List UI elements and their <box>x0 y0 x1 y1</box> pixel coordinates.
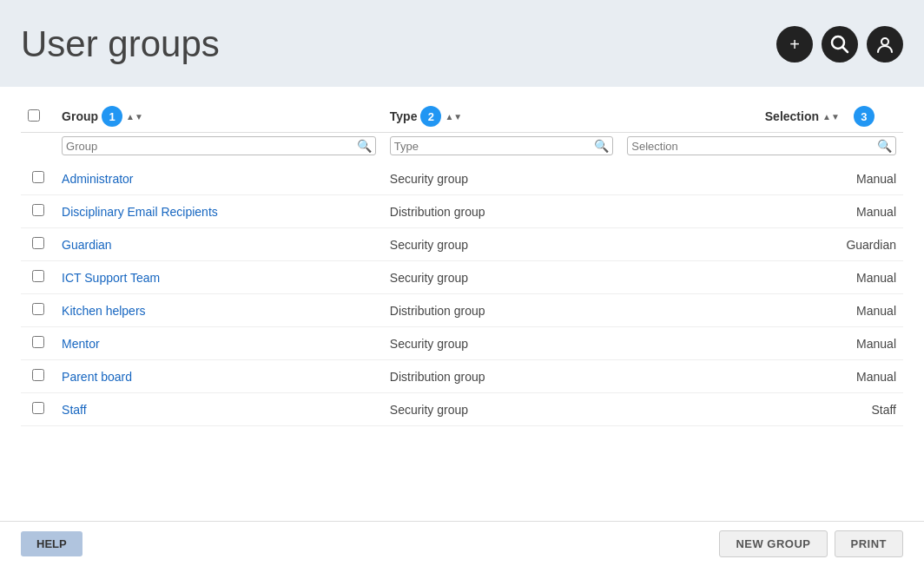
row-checkbox[interactable] <box>32 237 44 249</box>
table-row: Guardian Security group Guardian <box>21 228 903 261</box>
help-button[interactable]: HELP <box>21 531 82 556</box>
type-sort-icon[interactable]: ▲▼ <box>445 112 462 122</box>
main-content: Group 1 ▲▼ Type 2 ▲▼ <box>0 87 924 426</box>
row-checkbox-cell <box>21 162 55 195</box>
group-link[interactable]: Disciplinary Email Recipients <box>62 205 218 219</box>
add-button[interactable]: + <box>776 26 813 63</box>
group-link[interactable]: Staff <box>62 403 87 417</box>
group-column-badge: 1 <box>102 106 122 127</box>
row-checkbox[interactable] <box>32 171 44 183</box>
group-column-label: Group <box>62 109 98 123</box>
selection-column-badge: 3 <box>854 106 874 127</box>
row-selection-cell: Staff <box>620 393 903 426</box>
footer-right-actions: NEW GROUP PRINT <box>719 530 903 557</box>
row-group-cell: Parent board <box>55 360 383 393</box>
row-group-cell: Guardian <box>55 228 383 261</box>
select-all-checkbox[interactable] <box>28 109 40 122</box>
selection-filter-input[interactable] <box>631 140 877 153</box>
row-checkbox[interactable] <box>32 402 44 414</box>
row-checkbox[interactable] <box>32 336 44 348</box>
filter-checkbox-cell <box>21 133 55 163</box>
row-checkbox[interactable] <box>32 369 44 381</box>
row-checkbox-cell <box>21 360 55 393</box>
table-row: ICT Support Team Security group Manual <box>21 261 903 294</box>
row-selection-cell: Manual <box>620 294 903 327</box>
filter-selection-cell: 🔍 <box>620 133 903 163</box>
row-type-cell: Security group <box>383 261 621 294</box>
selection-column-label: Selection <box>765 109 819 123</box>
type-column-badge: 2 <box>420 106 441 127</box>
row-group-cell: Administrator <box>55 162 383 195</box>
page-footer: HELP NEW GROUP PRINT <box>0 521 924 566</box>
print-button[interactable]: PRINT <box>835 530 904 557</box>
row-selection-cell: Manual <box>620 162 903 195</box>
row-type-cell: Security group <box>383 393 621 426</box>
group-link[interactable]: Kitchen helpers <box>62 304 146 318</box>
table-row: Administrator Security group Manual <box>21 162 903 195</box>
filter-row: 🔍 🔍 🔍 <box>21 133 903 163</box>
selection-filter-wrap: 🔍 <box>627 136 896 155</box>
group-link[interactable]: Administrator <box>62 172 133 186</box>
table-row: Disciplinary Email Recipients Distributi… <box>21 195 903 228</box>
row-group-cell: Disciplinary Email Recipients <box>55 195 383 228</box>
badge-column-header: 3 <box>847 101 903 133</box>
table-row: Mentor Security group Manual <box>21 327 903 360</box>
type-filter-input[interactable] <box>394 140 595 153</box>
row-checkbox-cell <box>21 327 55 360</box>
footer-left-actions: HELP <box>21 531 82 556</box>
group-link[interactable]: Guardian <box>62 238 112 252</box>
svg-point-2 <box>881 38 888 45</box>
group-link[interactable]: Parent board <box>62 370 132 384</box>
row-type-cell: Security group <box>383 327 621 360</box>
table-row: Kitchen helpers Distribution group Manua… <box>21 294 903 327</box>
group-filter-wrap: 🔍 <box>62 136 376 155</box>
header-actions: + <box>776 26 903 63</box>
selection-sort-icon[interactable]: ▲▼ <box>822 112 840 122</box>
row-type-cell: Security group <box>383 228 621 261</box>
filter-type-cell: 🔍 <box>383 133 621 163</box>
type-column-label: Type <box>390 109 418 123</box>
row-checkbox-cell <box>21 228 55 261</box>
group-column-header: Group 1 ▲▼ <box>55 101 383 133</box>
user-groups-table: Group 1 ▲▼ Type 2 ▲▼ <box>21 101 903 426</box>
search-button[interactable] <box>822 26 858 63</box>
table-row: Parent board Distribution group Manual <box>21 360 903 393</box>
type-search-icon[interactable]: 🔍 <box>594 139 609 153</box>
row-selection-cell: Manual <box>620 327 903 360</box>
svg-line-1 <box>843 48 848 53</box>
row-selection-cell: Manual <box>620 195 903 228</box>
table-row: Staff Security group Staff <box>21 393 903 426</box>
row-type-cell: Distribution group <box>383 195 621 228</box>
user-button[interactable] <box>867 26 903 63</box>
row-type-cell: Security group <box>383 162 621 195</box>
group-search-icon[interactable]: 🔍 <box>357 139 372 153</box>
row-group-cell: Mentor <box>55 327 383 360</box>
group-link[interactable]: ICT Support Team <box>62 271 160 285</box>
row-group-cell: ICT Support Team <box>55 261 383 294</box>
type-column-header: Type 2 ▲▼ <box>383 101 621 133</box>
page-header: User groups + <box>0 0 924 87</box>
page-title: User groups <box>21 23 220 65</box>
new-group-button[interactable]: NEW GROUP <box>719 530 827 557</box>
row-checkbox-cell <box>21 393 55 426</box>
row-selection-cell: Manual <box>620 360 903 393</box>
group-sort-icon[interactable]: ▲▼ <box>126 112 143 122</box>
row-checkbox[interactable] <box>32 270 44 282</box>
row-type-cell: Distribution group <box>383 360 621 393</box>
row-checkbox[interactable] <box>32 303 44 315</box>
row-checkbox-cell <box>21 294 55 327</box>
row-selection-cell: Manual <box>620 261 903 294</box>
filter-group-cell: 🔍 <box>55 133 383 163</box>
group-link[interactable]: Mentor <box>62 337 100 351</box>
row-selection-cell: Guardian <box>620 228 903 261</box>
table-header-row: Group 1 ▲▼ Type 2 ▲▼ <box>21 101 903 133</box>
selection-search-icon[interactable]: 🔍 <box>877 139 892 153</box>
row-group-cell: Kitchen helpers <box>55 294 383 327</box>
type-filter-wrap: 🔍 <box>390 136 614 155</box>
row-type-cell: Distribution group <box>383 294 621 327</box>
group-filter-input[interactable] <box>66 140 357 153</box>
row-checkbox-cell <box>21 195 55 228</box>
select-all-header <box>21 101 55 133</box>
row-checkbox[interactable] <box>32 204 44 216</box>
selection-column-header: Selection ▲▼ <box>620 101 847 133</box>
